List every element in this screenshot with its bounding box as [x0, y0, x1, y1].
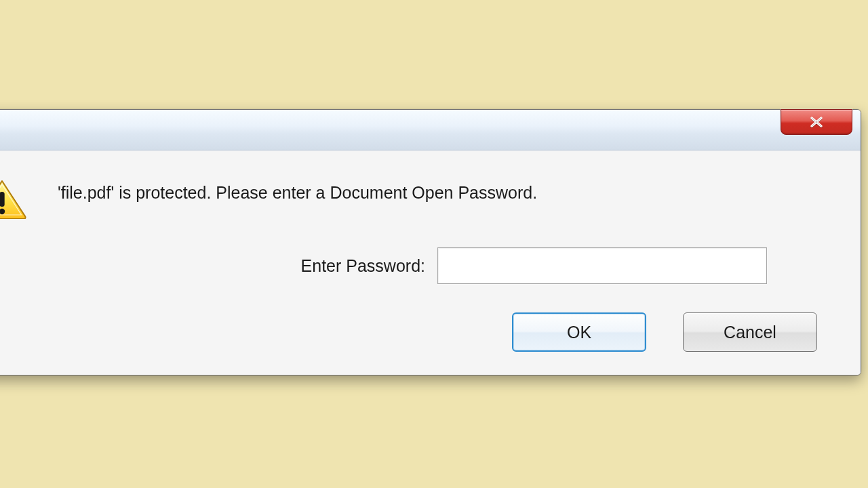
titlebar[interactable]: Password [0, 110, 861, 150]
password-label: Enter Password: [0, 256, 425, 276]
close-button[interactable] [781, 109, 852, 135]
dialog-content: 'file.pdf' is protected. Please enter a … [0, 150, 861, 375]
svg-rect-4 [0, 192, 5, 207]
ok-button[interactable]: OK [512, 312, 646, 352]
warning-icon [0, 180, 26, 219]
close-icon [806, 116, 827, 128]
password-dialog: Password [0, 109, 861, 375]
cancel-button[interactable]: Cancel [683, 312, 817, 352]
dialog-message: 'file.pdf' is protected. Please enter a … [58, 178, 537, 203]
password-input[interactable] [437, 247, 767, 284]
